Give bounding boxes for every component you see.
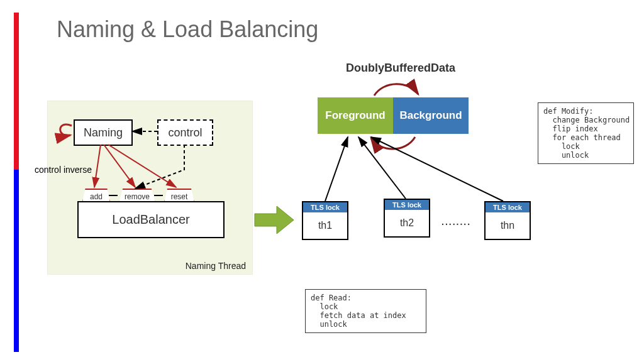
accent-blue <box>14 170 19 352</box>
tls-lock-header-n: TLS lock <box>486 202 530 212</box>
tab-reset-label: reset <box>171 192 188 201</box>
thread-label-n: thn <box>486 212 530 239</box>
control-inverse-label: control inverse <box>35 165 92 175</box>
code-modify: def Modify: change Background flip index… <box>538 102 634 164</box>
doubly-buffered-data-title: DoublyBufferedData <box>346 62 455 75</box>
loadbalancer-label: LoadBalancer <box>112 212 189 227</box>
code-read: def Read: lock fetch data at index unloc… <box>305 289 426 333</box>
thread-note-th2: TLS lock th2 <box>384 199 430 238</box>
foreground-block: Foreground <box>318 97 393 134</box>
control-label: control <box>168 126 202 140</box>
accent-red <box>14 13 19 170</box>
naming-label: Naming <box>84 126 123 140</box>
page-title: Naming & Load Balancing <box>57 16 318 43</box>
thread-note-th1: TLS lock th1 <box>302 201 348 240</box>
background-block: Background <box>393 97 469 134</box>
loadbalancer-box: LoadBalancer <box>77 201 225 238</box>
tls-lock-header-1: TLS lock <box>303 202 347 212</box>
background-label: Background <box>399 109 462 122</box>
thread-note-thn: TLS lock thn <box>484 201 531 240</box>
foreground-label: Foreground <box>325 109 385 122</box>
fg-bg-blocks: Foreground Background <box>318 97 469 134</box>
naming-box: Naming <box>74 119 133 146</box>
control-box: control <box>157 119 213 146</box>
thread-label-1: th1 <box>303 212 347 239</box>
tab-remove-label: remove <box>125 192 150 201</box>
tls-lock-header-2: TLS lock <box>385 200 429 210</box>
tab-add-label: add <box>90 192 103 201</box>
thread-label-2: th2 <box>385 210 429 236</box>
accent-stripe <box>14 13 19 352</box>
thread-dots: ........ <box>441 217 471 227</box>
svg-line-8 <box>371 137 503 201</box>
svg-line-7 <box>358 137 406 199</box>
svg-line-6 <box>325 137 348 201</box>
naming-thread-caption: Naming Thread <box>186 261 246 271</box>
